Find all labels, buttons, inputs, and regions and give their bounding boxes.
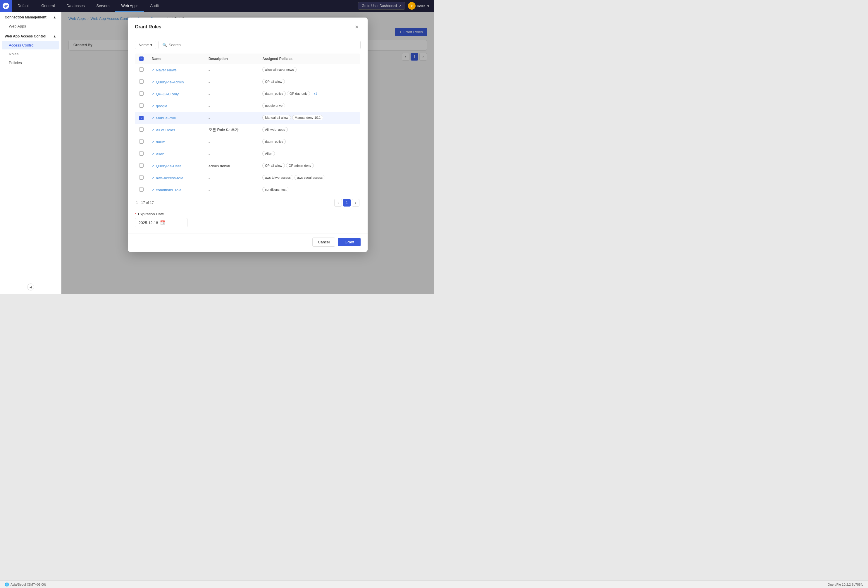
modal-footer: Cancel Grant <box>128 233 368 252</box>
row-checkbox[interactable] <box>139 116 143 120</box>
sidebar: Connection Management ▲ Web Apps Web App… <box>0 12 61 294</box>
sidebar-item-policies[interactable]: Policies <box>2 59 59 67</box>
user-menu[interactable]: k keira ▾ <box>408 2 429 10</box>
row-description-cell: 모든 Role 다 추가 <box>204 124 258 136</box>
row-policies-cell: Allen <box>258 148 360 160</box>
table-row: ↗ Allen-Allen <box>135 148 360 160</box>
role-link[interactable]: ↗ google <box>152 104 200 108</box>
row-checkbox[interactable] <box>139 187 143 192</box>
policy-tag: conditions_test <box>262 187 289 192</box>
row-policies-cell: allow all naver news <box>258 64 360 76</box>
th-assigned-policies: Assigned Policies <box>258 53 360 64</box>
role-link[interactable]: ↗ Allen <box>152 152 200 156</box>
table-row: ↗ conditions_role-conditions_test <box>135 184 360 196</box>
page-1-button[interactable]: 1 <box>343 199 351 207</box>
row-checkbox[interactable] <box>139 127 143 131</box>
tab-audit[interactable]: Audit <box>144 0 165 12</box>
role-link[interactable]: ↗ All of Roles <box>152 128 200 132</box>
goto-dashboard-button[interactable]: Go to User Dashboard ↗ <box>358 2 405 10</box>
row-description-cell: - <box>204 136 258 148</box>
row-name-cell: ↗ Naver News <box>148 64 204 76</box>
table-header-row: Name Description Assigned Policies <box>135 53 360 64</box>
chevron-down-icon: ▾ <box>427 4 429 8</box>
required-indicator: * <box>135 212 136 216</box>
sidebar-collapse-button[interactable]: ◀ <box>27 284 34 291</box>
table-row: ↗ All of Roles모든 Role 다 추가All_web_apps <box>135 124 360 136</box>
row-checkbox[interactable] <box>139 103 143 108</box>
sidebar-section-connection-management[interactable]: Connection Management ▲ <box>0 12 61 22</box>
search-icon: 🔍 <box>162 43 167 47</box>
policy-tag: aws-tokyo-access <box>262 175 293 180</box>
role-link[interactable]: ↗ Manual-role <box>152 116 200 120</box>
modal-title: Grant Roles <box>135 24 161 30</box>
th-name: Name <box>148 53 204 64</box>
policy-tag: allow all naver news <box>262 67 296 72</box>
row-policies-cell: QP-all allow <box>258 76 360 88</box>
row-checkbox[interactable] <box>139 139 143 143</box>
sidebar-item-web-apps[interactable]: Web Apps <box>2 22 59 30</box>
row-checkbox-cell <box>135 184 148 196</box>
pagination: ‹ 1 › <box>334 199 359 207</box>
sidebar-section-web-app-access-control[interactable]: Web App Access Control ▲ <box>0 31 61 41</box>
row-checkbox-cell <box>135 100 148 112</box>
role-link[interactable]: ↗ conditions_role <box>152 188 200 192</box>
pagination-range: 1 - 17 of 17 <box>136 201 154 205</box>
ext-link-icon: ↗ <box>152 188 154 192</box>
prev-page-button[interactable]: ‹ <box>334 199 342 207</box>
filter-dropdown[interactable]: Name ▾ <box>135 41 156 49</box>
row-policies-cell: google drive <box>258 100 360 112</box>
nav-tabs: Default General Databases Servers Web Ap… <box>12 0 358 12</box>
grant-button[interactable]: Grant <box>338 238 360 246</box>
role-link[interactable]: ↗ aws-access-role <box>152 176 200 180</box>
policy-tag: daum_policy <box>262 139 286 144</box>
policy-tag: google drive <box>262 103 285 108</box>
sidebar-item-roles[interactable]: Roles <box>2 50 59 58</box>
select-all-checkbox[interactable] <box>139 56 143 61</box>
row-checkbox[interactable] <box>139 175 143 180</box>
role-link[interactable]: ↗ QueryPie-Admin <box>152 80 200 84</box>
role-link[interactable]: ↗ QP-DAC only <box>152 92 200 96</box>
role-link[interactable]: ↗ Naver News <box>152 68 200 72</box>
tab-web-apps[interactable]: Web Apps <box>115 0 144 12</box>
collapse-icon-connection: ▲ <box>53 15 56 19</box>
row-checkbox-cell <box>135 76 148 88</box>
modal-body: Name ▾ 🔍 <box>128 36 368 233</box>
expiration-date-input[interactable]: 2025-12-18 📅 <box>135 218 187 227</box>
row-checkbox[interactable] <box>139 163 143 168</box>
row-name-cell: ↗ daum <box>148 136 204 148</box>
avatar: k <box>408 2 416 10</box>
row-checkbox[interactable] <box>139 79 143 84</box>
search-area: Name ▾ 🔍 <box>135 41 360 49</box>
row-checkbox[interactable] <box>139 151 143 156</box>
app-body: Connection Management ▲ Web Apps Web App… <box>0 12 434 294</box>
ext-link-icon: ↗ <box>152 104 154 108</box>
sidebar-section-label-waac: Web App Access Control <box>5 34 46 38</box>
row-description-cell: admin denial <box>204 160 258 172</box>
modal-close-button[interactable]: ✕ <box>353 23 360 31</box>
role-link[interactable]: ↗ daum <box>152 140 200 144</box>
policy-tag: QP-dac-only <box>287 91 310 96</box>
role-link[interactable]: ↗ QueryPie-User <box>152 164 200 168</box>
tab-default[interactable]: Default <box>12 0 35 12</box>
policy-more-tag[interactable]: +1 <box>311 91 320 96</box>
expiration-section: * Expiration Date 2025-12-18 📅 <box>135 208 360 229</box>
row-description-cell: - <box>204 100 258 112</box>
search-input[interactable] <box>169 43 357 47</box>
policy-tag: Manual-all-allow <box>262 115 291 120</box>
collapse-icon-waac: ▲ <box>53 34 56 38</box>
expiration-date-value: 2025-12-18 <box>139 220 158 225</box>
row-checkbox[interactable] <box>139 67 143 72</box>
tab-general[interactable]: General <box>35 0 61 12</box>
table-row: ↗ Naver News-allow all naver news <box>135 64 360 76</box>
tab-databases[interactable]: Databases <box>61 0 90 12</box>
logo[interactable]: QP <box>0 0 12 12</box>
row-checkbox[interactable] <box>139 91 143 96</box>
row-name-cell: ↗ google <box>148 100 204 112</box>
row-checkbox-cell <box>135 124 148 136</box>
tab-servers[interactable]: Servers <box>91 0 115 12</box>
table-row: ↗ Manual-role-Manual-all-allowManual-den… <box>135 112 360 124</box>
sidebar-item-access-control[interactable]: Access Control <box>2 41 59 49</box>
table-row: ↗ aws-access-role-aws-tokyo-accessaws-se… <box>135 172 360 184</box>
next-page-button[interactable]: › <box>352 199 359 207</box>
cancel-button[interactable]: Cancel <box>312 238 335 247</box>
